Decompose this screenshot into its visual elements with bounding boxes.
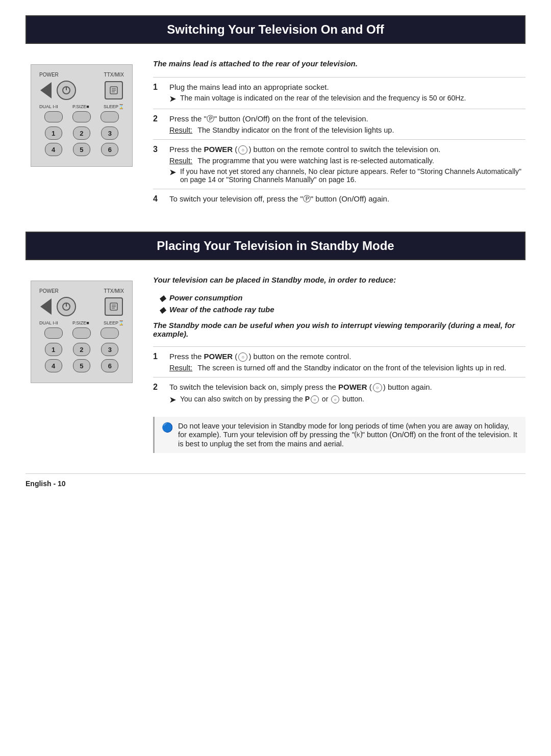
arrow-icon-3: ➤: [169, 395, 176, 405]
remote-panel-1: POWER TTX/MIX: [26, 59, 138, 211]
p-circle-icon: ○: [311, 395, 319, 404]
power-label-1: POWER: [39, 72, 59, 78]
section2-title: Placing Your Television in Standby Mode: [26, 232, 525, 260]
power-icon-1: [62, 86, 71, 95]
step4-main: To switch your television off, press the…: [169, 194, 525, 204]
circle-btn-icon: ○: [331, 395, 339, 404]
bullet-icon-2: ◆: [159, 305, 165, 315]
section1-intro: The mains lead is attached to the rear o…: [153, 59, 525, 68]
step3-arrow: ➤ If you have not yet stored any channel…: [169, 167, 525, 184]
remote-power-btn-1: [57, 81, 76, 100]
step3-main: Press the POWER (○) button on the remote…: [169, 145, 525, 155]
section1-body: POWER TTX/MIX: [26, 59, 525, 211]
s2-step1-main: Press the POWER (○) button on the remote…: [169, 352, 525, 362]
num-btn-4: 4: [45, 143, 62, 156]
s2-step2-main: To switch the television back on, simply…: [169, 383, 525, 392]
dual-label-1: DUAL I-II: [39, 104, 58, 109]
num-btn-2: 2: [73, 127, 90, 140]
bullet-wear: ◆ Wear of the cathode ray tube: [159, 305, 525, 315]
power-icon-2: [62, 302, 71, 311]
footer-text: English - 10: [26, 480, 66, 488]
sleep-label-2: SLEEP⌛: [104, 320, 124, 325]
bullet-power: ◆ Power consumption: [159, 293, 525, 303]
psize-label-1: P.SIZE■: [72, 104, 89, 109]
section2-bullets: ◆ Power consumption ◆ Wear of the cathod…: [159, 293, 525, 315]
num-btn-2-2: 2: [73, 343, 90, 356]
num-btn-1: 1: [45, 127, 62, 140]
step2-num: 2: [153, 114, 162, 134]
remote-ttx-btn-1: [105, 81, 123, 99]
s2-step2-arrow: ➤ You can also switch on by pressing the…: [169, 395, 525, 405]
ttx-label-1: TTX/MIX: [104, 72, 124, 78]
remote-image-1: POWER TTX/MIX: [31, 64, 133, 167]
s2-step1: 1 Press the POWER (○) button on the remo…: [153, 346, 525, 377]
num-btn-2-5: 5: [73, 359, 90, 372]
section2-content: Your television can be placed in Standby…: [153, 275, 525, 453]
section1-title: Switching Your Television On and Off: [26, 15, 525, 44]
power-icon-inline-3: ○: [373, 383, 382, 392]
section-switching: Switching Your Television On and Off POW…: [26, 15, 525, 211]
bullet-wear-text: Wear of the cathode ray tube: [169, 305, 274, 315]
bullet-power-text: Power consumption: [169, 293, 242, 303]
power-icon-inline-2: ○: [238, 352, 247, 362]
remote-ttx-btn-2: [105, 297, 123, 316]
step2-main: Press the "Ⓟ" button (On/Off) on the fro…: [169, 114, 525, 124]
note-icon: 🔵: [162, 422, 173, 448]
sleep-label-1: SLEEP⌛: [104, 104, 124, 109]
remote-panel-2: POWER TTX/MIX: [26, 275, 138, 453]
step3-num: 3: [153, 145, 162, 184]
s2-step1-result-label: Result:: [169, 364, 192, 372]
power-label-2: POWER: [39, 288, 59, 294]
s2-step2-num: 2: [153, 383, 162, 405]
arrow-left-icon-2: [40, 298, 52, 315]
step3: 3 Press the POWER (○) button on the remo…: [153, 139, 525, 189]
step1: 1 Plug the mains lead into an appropriat…: [153, 77, 525, 109]
dual-label-2: DUAL I-II: [39, 320, 58, 325]
sleep-btn-1: [101, 111, 119, 122]
note-box: 🔵 Do not leave your television in Standb…: [153, 417, 525, 453]
step2-result-text: The Standby indicator on the front of th…: [197, 126, 394, 134]
note-text: Do not leave your television in Standby …: [178, 422, 518, 448]
arrow-icon-2: ➤: [169, 168, 176, 184]
remote-row1: [39, 81, 124, 100]
remote-image-2: POWER TTX/MIX: [31, 281, 133, 383]
num-btn-5: 5: [73, 143, 90, 156]
psize-btn-2: [72, 327, 91, 339]
step3-result-label: Result:: [169, 157, 192, 165]
s2-step1-num: 1: [153, 352, 162, 372]
arrow-left-icon: [40, 82, 52, 98]
num-btn-6: 6: [101, 143, 118, 156]
step1-arrow: ➤ The main voltage is indicated on the r…: [169, 94, 525, 104]
num-btn-2-4: 4: [45, 359, 62, 372]
ttx-icon-2: [109, 301, 119, 312]
step3-result: Result: The programme that you were watc…: [169, 157, 525, 165]
s2-step1-result-text: The screen is turned off and the Standby…: [197, 364, 506, 372]
psize-btn-1: [72, 111, 91, 122]
section2-intro: Your television can be placed in Standby…: [153, 275, 525, 284]
section2-steps: 1 Press the POWER (○) button on the remo…: [153, 346, 525, 410]
section2-bold-italic: The Standby mode can be useful when you …: [153, 321, 525, 338]
section-standby: Placing Your Television in Standby Mode …: [26, 232, 525, 453]
num-btn-2-3: 3: [101, 343, 118, 356]
step4: 4 To switch your television off, press t…: [153, 189, 525, 211]
psize-label-2: P.SIZE■: [72, 320, 89, 325]
dual-btn-1: [44, 111, 63, 122]
step2-result: Result: The Standby indicator on the fro…: [169, 126, 525, 134]
remote-power-btn-2: [57, 297, 76, 316]
step2: 2 Press the "Ⓟ" button (On/Off) on the f…: [153, 109, 525, 139]
remote-row1-2: [39, 297, 124, 316]
power-icon-inline-1: ○: [238, 145, 247, 155]
ttx-label-2: TTX/MIX: [104, 288, 124, 294]
num-btn-3: 3: [101, 127, 118, 140]
page-footer: English - 10: [26, 473, 525, 488]
step4-num: 4: [153, 194, 162, 206]
sleep-btn-2: [101, 327, 119, 339]
bullet-icon-1: ◆: [159, 293, 165, 303]
step1-num: 1: [153, 83, 162, 104]
num-btn-2-6: 6: [101, 359, 118, 372]
section1-content: The mains lead is attached to the rear o…: [153, 59, 525, 211]
dual-btn-2: [44, 327, 63, 339]
section2-body: POWER TTX/MIX: [26, 275, 525, 453]
s2-step2: 2 To switch the television back on, simp…: [153, 377, 525, 410]
section1-steps: 1 Plug the mains lead into an appropriat…: [153, 77, 525, 211]
